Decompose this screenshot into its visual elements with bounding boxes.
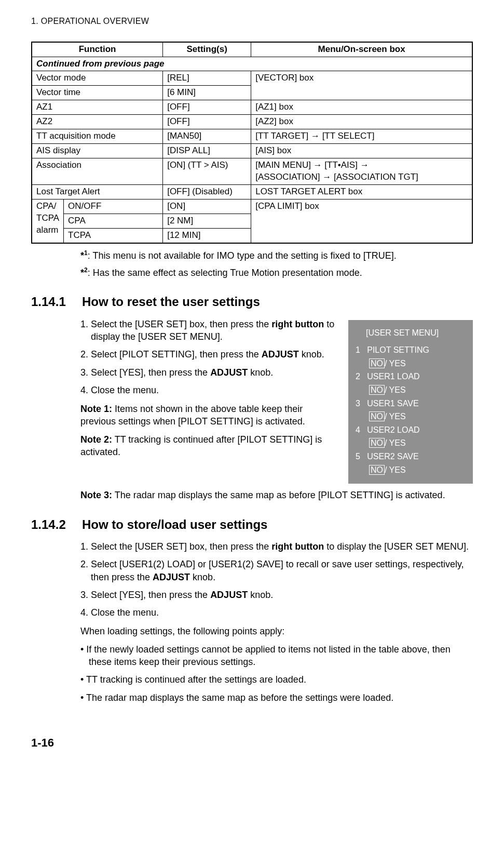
footnote-2: *2: Has the same effect as selecting Tru… — [80, 266, 473, 279]
cell-sub: ON/OFF — [64, 199, 163, 214]
cell-function: Association — [32, 158, 163, 185]
list-item: Select the [USER SET] box, then press th… — [91, 318, 338, 343]
menu-title: [USER SET MENU] — [366, 326, 466, 340]
list-item: Select [YES], then press the ADJUST knob… — [91, 589, 473, 601]
list-item: The radar map displays the same map as b… — [80, 691, 473, 704]
cell-setting: [ON] (TT > AIS) — [163, 158, 251, 185]
cell-setting: [OFF] — [163, 100, 251, 115]
cell-setting: [2 NM] — [163, 214, 251, 228]
cell-menu: [MAIN MENU] → [TT•AIS] → [ASSOCIATION] →… — [251, 158, 472, 185]
cell-menu: [VECTOR] box — [251, 71, 472, 100]
reset-steps: Select the [USER SET] box, then press th… — [80, 318, 338, 396]
user-set-menu-box: [USER SET MENU] 1 PILOT SETTING NO/ YES … — [348, 320, 473, 484]
table-row: AIS display [DISP ALL] [AIS] box — [32, 144, 472, 158]
loading-notes-list: If the newly loaded settings cannot be a… — [80, 643, 473, 704]
menu-item: 3 USER1 SAVE — [356, 397, 466, 410]
cell-menu: [TT TARGET] → [TT SELECT] — [251, 129, 472, 144]
table-row: Association [ON] (TT > AIS) [MAIN MENU] … — [32, 158, 472, 185]
list-item: Close the menu. — [91, 606, 473, 619]
cell-setting: [6 MIN] — [163, 86, 251, 100]
cell-setting: [REL] — [163, 71, 251, 86]
cell-function: Vector time — [32, 86, 163, 100]
cell-sub: CPA — [64, 214, 163, 228]
table-row: Lost Target Alert [OFF] (Disabled) LOST … — [32, 184, 472, 199]
footnote-1: *1: This menu is not available for IMO t… — [80, 249, 473, 262]
menu-option: NO/ YES — [369, 463, 466, 477]
menu-item: 2 USER1 LOAD — [356, 370, 466, 383]
cell-function: AZ2 — [32, 115, 163, 129]
cell-setting: [ON] — [163, 199, 251, 214]
cell-function: AIS display — [32, 144, 163, 158]
menu-option: NO/ YES — [369, 357, 466, 370]
menu-option: NO/ YES — [369, 436, 466, 450]
page-number: 1-16 — [31, 735, 473, 751]
note-3: Note 3: The radar map displays the same … — [80, 489, 473, 501]
cell-menu: [CPA LIMIT] box — [251, 199, 472, 243]
cell-setting: [12 MIN] — [163, 228, 251, 243]
table-row: AZ1 [OFF] [AZ1] box — [32, 100, 472, 115]
cell-menu: [AIS] box — [251, 144, 472, 158]
section-1-14-1-heading: 1.14.1 How to reset the user settings — [31, 294, 473, 310]
cell-menu: [AZ2] box — [251, 115, 472, 129]
cell-setting: [OFF] — [163, 115, 251, 129]
table-row: TT acquisition mode [MAN50] [TT TARGET] … — [32, 129, 472, 144]
table-row: Vector mode [REL] [VECTOR] box — [32, 71, 472, 86]
cell-setting: [MAN50] — [163, 129, 251, 144]
cell-setting: [DISP ALL] — [163, 144, 251, 158]
list-item: Select [USER1(2) LOAD] or [USER1(2) SAVE… — [91, 558, 473, 583]
table-row: CPA/TCPAalarm ON/OFF [ON] [CPA LIMIT] bo… — [32, 199, 472, 214]
note-1: Note 1: Items not shown in the above tab… — [80, 403, 338, 428]
cell-menu: [AZ1] box — [251, 100, 472, 115]
cell-menu: LOST TARGET ALERT box — [251, 184, 472, 199]
section-1-14-2-heading: 1.14.2 How to store/load user settings — [31, 516, 473, 533]
note-2: Note 2: TT tracking is continued after [… — [80, 433, 338, 459]
col-function: Function — [32, 42, 163, 57]
cell-function: AZ1 — [32, 100, 163, 115]
store-load-steps: Select the [USER SET] box, then press th… — [80, 540, 473, 619]
table-row: AZ2 [OFF] [AZ2] box — [32, 115, 472, 129]
continued-label: Continued from previous page — [32, 57, 472, 71]
list-item: If the newly loaded settings cannot be a… — [80, 643, 473, 669]
cell-setting: [OFF] (Disabled) — [163, 184, 251, 199]
cell-function-group: CPA/TCPAalarm — [32, 199, 64, 243]
menu-item: 1 PILOT SETTING — [356, 343, 466, 357]
col-menu: Menu/On-screen box — [251, 42, 472, 57]
settings-table: Function Setting(s) Menu/On-screen box C… — [31, 42, 473, 244]
menu-item: 4 USER2 LOAD — [356, 423, 466, 437]
cell-function: Lost Target Alert — [32, 184, 163, 199]
list-item: Select [YES], then press the ADJUST knob… — [91, 366, 338, 379]
menu-option: NO/ YES — [369, 410, 466, 423]
list-item: Select the [USER SET] box, then press th… — [91, 540, 473, 553]
list-item: Close the menu. — [91, 384, 338, 396]
col-settings: Setting(s) — [163, 42, 251, 57]
menu-option: NO/ YES — [369, 383, 466, 397]
page-header: 1. OPERATIONAL OVERVIEW — [31, 16, 473, 27]
list-item: TT tracking is continued after the setti… — [80, 673, 473, 686]
cell-sub: TCPA — [64, 228, 163, 243]
cell-function: Vector mode — [32, 71, 163, 86]
list-item: Select [PILOT SETTING], then press the A… — [91, 348, 338, 361]
after-steps-text: When loading settings, the following poi… — [80, 625, 473, 637]
menu-item: 5 USER2 SAVE — [356, 450, 466, 463]
cell-function: TT acquisition mode — [32, 129, 163, 144]
